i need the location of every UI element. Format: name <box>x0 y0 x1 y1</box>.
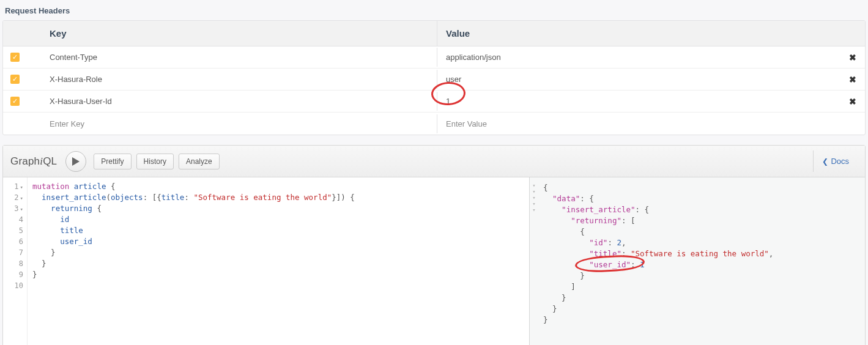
query-editor[interactable]: 1▾ 2▾ 3▾ 4 5 6 7 8 9 10 mutation article… <box>3 177 530 345</box>
play-icon <box>72 157 80 166</box>
query-code[interactable]: mutation article { insert_article(object… <box>28 177 529 345</box>
col-header-key: Key <box>46 21 437 46</box>
run-button[interactable] <box>65 151 86 172</box>
header-key-input-new[interactable] <box>50 119 433 128</box>
header-row: ✓ ✖ <box>3 91 865 113</box>
close-icon[interactable]: ✖ <box>849 53 856 62</box>
line-gutter: 1▾ 2▾ 3▾ 4 5 6 7 8 9 10 <box>3 177 28 345</box>
chevron-left-icon: ❮ <box>822 157 828 166</box>
header-row: ✓ ✖ <box>3 46 865 69</box>
prettify-button[interactable]: Prettify <box>94 154 131 169</box>
col-header-value: Value <box>437 21 840 46</box>
graphiql-logo: GraphiQL <box>10 155 57 168</box>
header-key-input[interactable] <box>50 53 433 62</box>
header-value-input-new[interactable] <box>446 119 832 128</box>
request-headers-table: Key Value ✓ ✖ ✓ ✖ ✓ ✖ <box>2 20 866 135</box>
docs-label: Docs <box>831 157 849 166</box>
close-icon[interactable]: ✖ <box>849 97 856 106</box>
result-fold-gutter: ▾▾▾▾▾ <box>530 181 538 345</box>
graphiql-panel: GraphiQL Prettify History Analyze ❮ Docs… <box>2 145 866 345</box>
result-code: { "data": { "insert_article": { "returni… <box>538 181 865 345</box>
checkbox-icon[interactable]: ✓ <box>10 75 20 84</box>
headers-header-row: Key Value <box>3 21 865 46</box>
checkbox-icon[interactable]: ✓ <box>10 53 20 62</box>
graphiql-toolbar: GraphiQL Prettify History Analyze ❮ Docs <box>3 146 865 177</box>
header-key-input[interactable] <box>50 97 433 106</box>
close-icon[interactable]: ✖ <box>849 75 856 84</box>
svg-marker-0 <box>72 157 80 166</box>
docs-toggle[interactable]: ❮ Docs <box>813 150 858 172</box>
history-button[interactable]: History <box>136 154 174 169</box>
header-value-input[interactable] <box>446 53 832 62</box>
section-title: Request Headers <box>0 0 868 20</box>
header-row-new <box>3 113 865 135</box>
analyze-button[interactable]: Analyze <box>179 154 220 169</box>
header-value-input[interactable] <box>446 75 832 84</box>
header-key-input[interactable] <box>50 75 433 84</box>
header-value-input[interactable] <box>446 97 832 106</box>
result-pane: ▾▾▾▾▾ { "data": { "insert_article": { "r… <box>530 177 865 345</box>
checkbox-icon[interactable]: ✓ <box>10 97 20 106</box>
header-row: ✓ ✖ <box>3 69 865 91</box>
